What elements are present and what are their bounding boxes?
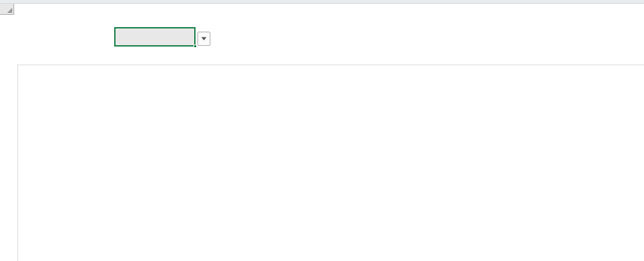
chevron-down-icon — [201, 37, 206, 41]
excel-spreadsheet — [0, 0, 644, 261]
select-all-triangle-icon — [7, 8, 12, 13]
selected-cell-C2[interactable] — [114, 27, 196, 47]
select-all-corner[interactable] — [0, 4, 14, 15]
temperature-chart[interactable] — [17, 65, 644, 261]
fill-handle[interactable] — [194, 45, 197, 48]
dropdown-button[interactable] — [197, 32, 210, 46]
formula-bar-edge — [0, 0, 644, 4]
